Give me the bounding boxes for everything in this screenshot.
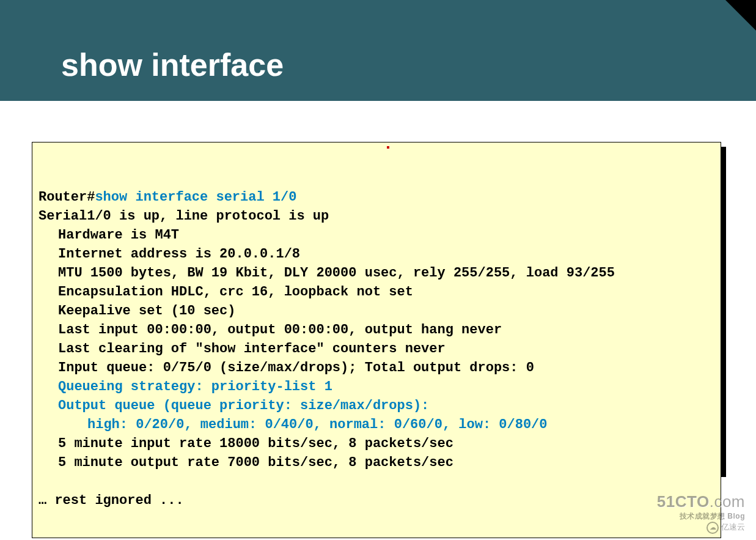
out-line: 5 minute input rate 18000 bits/sec, 8 pa… bbox=[39, 434, 453, 453]
out-line-highlight: high: 0/20/0, medium: 0/40/0, normal: 0/… bbox=[39, 415, 548, 434]
out-line: Hardware is M4T bbox=[39, 226, 179, 245]
out-line: Encapsulation HDLC, crc 16, loopback not… bbox=[39, 283, 413, 301]
out-line-rest: … rest ignored ... bbox=[39, 493, 184, 508]
terminal-container: Router#show interface serial 1/0 Serial1… bbox=[32, 142, 721, 538]
out-line: 5 minute output rate 7000 bits/sec, 8 pa… bbox=[39, 453, 453, 472]
out-line-highlight: Queueing strategy: priority-list 1 bbox=[39, 377, 332, 396]
corner-decoration bbox=[725, 0, 756, 31]
out-line: Serial1/0 is up, line protocol is up bbox=[39, 209, 329, 224]
slide-title: show interface bbox=[61, 46, 284, 83]
watermark-yisu: ☁亿速云 bbox=[657, 522, 745, 534]
watermark-51cto: 51CTO.com bbox=[657, 492, 745, 511]
terminal-output: Router#show interface serial 1/0 Serial1… bbox=[32, 142, 721, 538]
cli-command: show interface serial 1/0 bbox=[95, 190, 296, 205]
pointer-dot-icon bbox=[387, 146, 389, 149]
out-line: Keepalive set (10 sec) bbox=[39, 301, 235, 320]
out-line: MTU 1500 bytes, BW 19 Kbit, DLY 20000 us… bbox=[39, 264, 615, 283]
out-line: Input queue: 0/75/0 (size/max/drops); To… bbox=[39, 358, 534, 377]
wm-text: 亿速云 bbox=[721, 522, 745, 531]
watermark-sub: 技术成就梦想 Blog bbox=[657, 512, 745, 520]
out-line: Last clearing of "show interface" counte… bbox=[39, 339, 446, 358]
wm-text: .com bbox=[710, 492, 745, 511]
wm-text: 51CTO bbox=[657, 492, 710, 511]
cloud-icon: ☁ bbox=[706, 522, 719, 534]
out-line: Last input 00:00:00, output 00:00:00, ou… bbox=[39, 320, 502, 339]
out-line-highlight: Output queue (queue priority: size/max/d… bbox=[39, 396, 429, 415]
router-prompt: Router# bbox=[39, 190, 95, 205]
out-line: Internet address is 20.0.0.1/8 bbox=[39, 245, 300, 264]
watermark-block: 51CTO.com 技术成就梦想 Blog ☁亿速云 bbox=[657, 492, 745, 534]
slide-header: show interface bbox=[0, 0, 756, 101]
